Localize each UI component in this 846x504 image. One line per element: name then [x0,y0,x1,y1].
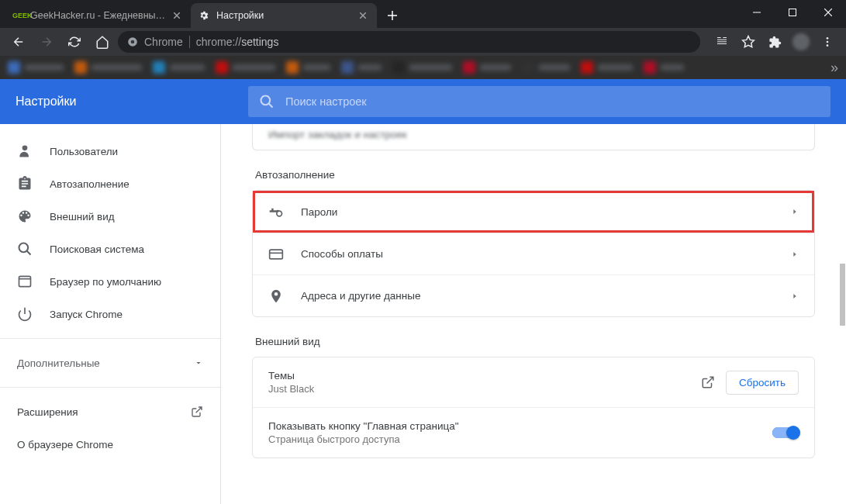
close-window-button[interactable] [810,0,846,25]
scrollbar-thumb[interactable] [840,264,845,326]
svg-point-21 [827,44,829,47]
credit-card-icon [268,247,284,262]
sidebar-item-label: Дополнительные [17,357,100,369]
key-icon [268,203,284,220]
row-themes[interactable]: Темы Just Black Сбросить [253,357,814,407]
power-icon [17,306,33,322]
row-label: Адреса и другие данные [301,290,774,302]
separator [189,36,190,48]
svg-line-26 [27,251,31,255]
extensions-puzzle-icon[interactable] [762,29,787,54]
settings-sidebar: Пользователи Автозаполнение Внешний вид … [0,124,221,504]
tab-settings[interactable]: Настройки [191,3,377,28]
external-link-icon [191,406,203,418]
palette-icon [17,209,33,224]
section-heading-autofill: Автозаполнение [255,169,815,181]
svg-point-22 [261,96,271,105]
tab-close-icon[interactable] [357,9,369,22]
sidebar-item-label: Внешний вид [50,211,115,223]
sidebar-item-search[interactable]: Поисковая система [0,233,220,265]
reload-button[interactable] [62,29,87,54]
sidebar-item-label: Браузер по умолчанию [50,276,161,288]
place-icon [268,288,284,304]
search-icon [17,241,33,257]
omnibox[interactable]: Chrome chrome://settings [118,31,700,53]
new-tab-button[interactable] [382,5,403,26]
profile-avatar[interactable] [789,29,813,54]
svg-point-24 [22,146,28,151]
external-link-icon[interactable] [701,375,715,389]
svg-rect-15 [717,43,727,44]
home-button[interactable] [90,29,115,54]
tab-title: Настройки [216,10,352,21]
section-heading-appearance: Внешний вид [255,336,815,347]
import-row-label: Импорт закладок и настроек [253,124,814,150]
themes-label: Темы [268,370,684,381]
search-input[interactable] [285,95,820,108]
sidebar-item-extensions[interactable]: Расширения [0,395,220,428]
bookmark-overflow-icon[interactable]: » [830,60,838,76]
tab-geekhacker[interactable]: GEEK GeekHacker.ru - Ежедневный жу [5,3,191,28]
address-bar: Chrome chrome://settings [0,28,846,56]
qr-icon[interactable] [710,29,734,54]
sidebar-item-users[interactable]: Пользователи [0,135,220,167]
sidebar-item-startup[interactable]: Запуск Chrome [0,298,220,330]
svg-line-23 [269,104,273,108]
sidebar-item-label: Расширения [17,406,78,418]
svg-point-11 [131,40,135,44]
svg-rect-14 [717,41,727,42]
settings-search[interactable] [248,86,830,117]
maximize-button[interactable] [775,0,810,25]
row-home-button[interactable]: Показывать кнопку "Главная страница" Стр… [253,407,814,457]
sidebar-item-label: О браузере Chrome [17,439,113,450]
bookmark-star-icon[interactable] [736,29,761,54]
svg-point-18 [792,33,810,50]
chevron-right-icon [791,208,799,216]
bookmark-bar: » [0,56,846,79]
settings-content[interactable]: Импорт закладок и настроек Автозаполнени… [221,124,846,504]
sidebar-item-about[interactable]: О браузере Chrome [0,428,220,461]
person-icon [17,143,33,159]
tab-strip: GEEK GeekHacker.ru - Ежедневный жу Настр… [0,0,846,28]
svg-marker-17 [743,36,754,47]
tab-close-icon[interactable] [171,9,183,22]
back-button[interactable] [6,29,31,54]
sidebar-item-autofill[interactable]: Автозаполнение [0,167,220,200]
svg-rect-29 [270,250,283,259]
favicon-geek-icon: GEEK [12,9,25,22]
minimize-button[interactable] [739,0,775,25]
scheme-label: Chrome [144,36,183,48]
row-passwords[interactable]: Пароли [253,191,814,233]
sidebar-item-appearance[interactable]: Внешний вид [0,200,220,233]
page-title: Настройки [16,95,233,109]
menu-button[interactable] [815,29,840,54]
row-label: Пароли [301,206,774,218]
themes-sub: Just Black [268,383,684,395]
settings-header: Настройки [0,79,846,124]
sidebar-item-label: Автозаполнение [50,178,129,190]
sidebar-item-advanced[interactable]: Дополнительные [0,347,220,379]
url-text: chrome://settings [196,36,279,48]
sidebar-item-default-browser[interactable]: Браузер по умолчанию [0,265,220,298]
home-button-sub: Страница быстрого доступа [268,433,755,445]
chevron-down-icon [194,358,203,368]
sidebar-item-label: Пользователи [50,146,118,157]
svg-rect-13 [717,40,727,40]
reset-theme-button[interactable]: Сбросить [726,371,799,395]
card-autofill: Пароли Способы оплаты Адреса и другие да… [252,190,815,317]
window-controls [739,0,846,25]
svg-point-20 [827,41,829,43]
svg-point-25 [19,243,29,253]
home-button-label: Показывать кнопку "Главная страница" [268,420,755,432]
svg-rect-12 [717,37,721,38]
row-payment[interactable]: Способы оплаты [253,233,814,274]
row-addresses[interactable]: Адреса и другие данные [253,274,814,316]
home-button-toggle[interactable] [772,427,799,438]
chevron-right-icon [791,292,799,300]
svg-rect-16 [723,37,727,38]
forward-button[interactable] [34,29,59,54]
row-label: Способы оплаты [301,248,774,260]
assignment-icon [17,176,33,192]
gear-icon [199,9,211,22]
svg-rect-27 [19,276,31,286]
